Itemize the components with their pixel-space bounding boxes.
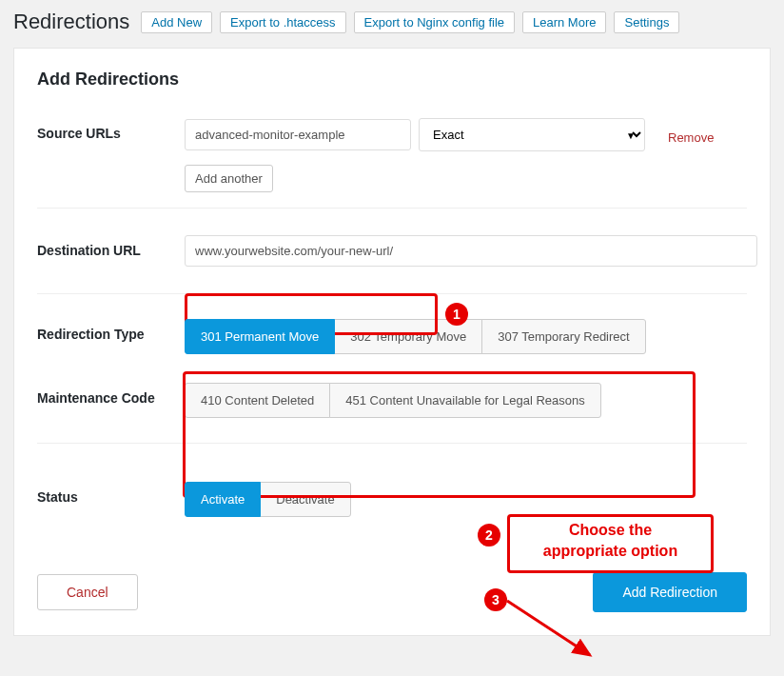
add-another-button[interactable]: Add another — [185, 165, 273, 192]
cancel-button[interactable]: Cancel — [37, 574, 138, 610]
status-activate-button[interactable]: Activate — [185, 482, 261, 517]
learn-more-button[interactable]: Learn More — [522, 11, 606, 33]
source-url-input[interactable] — [185, 119, 411, 150]
page-header: Redirections Add New Export to .htaccess… — [13, 10, 771, 34]
maintenance-code-group: 410 Content Deleted 451 Content Unavaila… — [185, 383, 601, 418]
maintenance-code-row: Maintenance Code 410 Content Deleted 451… — [37, 366, 747, 439]
add-new-button[interactable]: Add New — [141, 11, 212, 33]
maint-451-button[interactable]: 451 Content Unavailable for Legal Reason… — [329, 383, 601, 418]
type-301-button[interactable]: 301 Permanent Move — [185, 319, 335, 354]
type-302-button[interactable]: 302 Temporary Move — [334, 319, 482, 354]
settings-button[interactable]: Settings — [614, 11, 679, 33]
divider — [37, 443, 747, 444]
status-deactivate-button[interactable]: Deactivate — [260, 482, 350, 517]
page-title: Redirections — [13, 10, 129, 34]
add-redirections-panel: Add Redirections Source URLs Exact ▼ Rem… — [13, 48, 771, 636]
destination-url-label: Destination URL — [37, 235, 185, 258]
add-redirection-button[interactable]: Add Redirection — [593, 572, 747, 612]
maint-410-button[interactable]: 410 Content Deleted — [185, 383, 330, 418]
source-urls-label: Source URLs — [37, 118, 185, 141]
footer-row: Cancel Add Redirection — [37, 528, 747, 612]
redirection-type-label: Redirection Type — [37, 319, 185, 342]
status-label: Status — [37, 482, 185, 505]
type-307-button[interactable]: 307 Temporary Redirect — [481, 319, 646, 354]
remove-link[interactable]: Remove — [668, 125, 714, 145]
destination-url-input[interactable] — [185, 235, 757, 267]
destination-url-row: Destination URL — [37, 212, 747, 289]
maintenance-code-label: Maintenance Code — [37, 383, 185, 406]
divider — [37, 208, 747, 209]
source-urls-row: Source URLs Exact ▼ Remove Add another — [37, 107, 747, 204]
panel-title: Add Redirections — [37, 70, 747, 89]
redirection-type-group: 301 Permanent Move 302 Temporary Move 30… — [185, 319, 646, 354]
redirection-type-row: Redirection Type 301 Permanent Move 302 … — [37, 298, 747, 366]
status-row: Status Activate Deactivate — [37, 447, 747, 528]
export-htaccess-button[interactable]: Export to .htaccess — [220, 11, 346, 33]
divider — [37, 293, 747, 294]
export-nginx-button[interactable]: Export to Nginx config file — [354, 11, 515, 33]
status-group: Activate Deactivate — [185, 482, 351, 517]
match-type-select[interactable]: Exact — [419, 118, 645, 151]
